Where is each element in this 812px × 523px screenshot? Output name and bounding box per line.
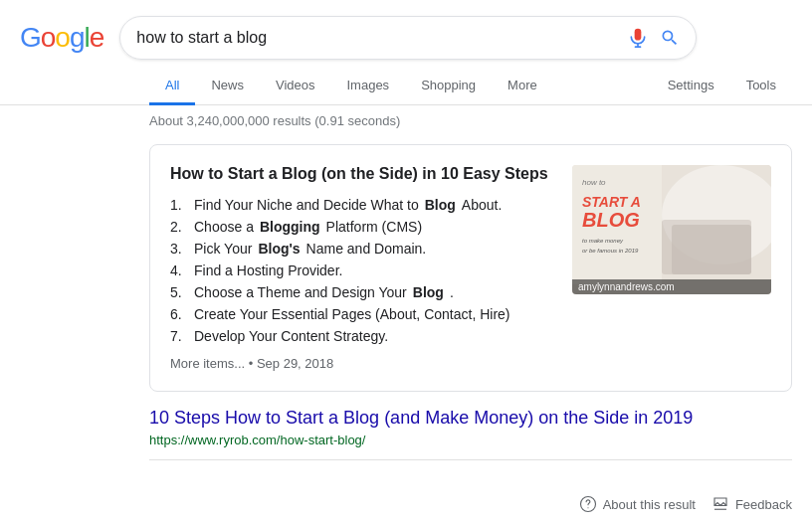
search-icon[interactable] xyxy=(660,28,680,48)
list-item: Develop Your Content Strategy. xyxy=(170,328,556,344)
result-content: How to Start a Blog (on the Side) in 10 … xyxy=(170,165,556,371)
logo-o1: o xyxy=(41,22,56,53)
result-url: https://www.ryrob.com/how-start-blog/ xyxy=(149,433,806,447)
tab-videos[interactable]: Videos xyxy=(260,68,331,105)
divider xyxy=(149,459,792,460)
google-logo[interactable]: Google xyxy=(20,22,103,54)
nav-tabs-right: Settings Tools xyxy=(652,68,792,104)
list-item: Choose a Blogging Platform (CMS) xyxy=(170,219,556,235)
result-thumbnail: how to START A BLOG to make money or be … xyxy=(572,165,771,294)
nav-bar: All News Videos Images Shopping More Set… xyxy=(0,68,812,105)
nav-tabs-left: All News Videos Images Shopping More xyxy=(149,68,652,104)
list-item: Find Your Niche and Decide What to Blog … xyxy=(170,197,556,213)
tab-all[interactable]: All xyxy=(149,68,195,105)
tab-news[interactable]: News xyxy=(195,68,260,105)
tab-shopping[interactable]: Shopping xyxy=(405,68,492,105)
search-input[interactable] xyxy=(136,29,628,47)
feedback-label: Feedback xyxy=(735,497,792,512)
result-list: Find Your Niche and Decide What to Blog … xyxy=(170,197,556,344)
about-result-button[interactable]: About this result xyxy=(579,495,696,513)
tab-more[interactable]: More xyxy=(492,68,553,105)
logo-o2: o xyxy=(55,22,70,53)
image-source-label: amylynnandrews.com xyxy=(572,279,771,294)
result-link-title[interactable]: 10 Steps How to Start a Blog (and Make M… xyxy=(149,408,806,429)
list-item: Choose a Theme and Design Your Blog. xyxy=(170,284,556,300)
svg-text:START A: START A xyxy=(582,194,641,210)
tab-settings[interactable]: Settings xyxy=(652,68,730,105)
svg-rect-3 xyxy=(662,220,751,274)
more-items: More items... • Sep 29, 2018 xyxy=(170,356,556,371)
tab-tools[interactable]: Tools xyxy=(730,68,792,105)
microphone-icon[interactable] xyxy=(628,28,648,48)
list-item: Find a Hosting Provider. xyxy=(170,262,556,278)
logo-e: e xyxy=(90,22,104,53)
search-icons xyxy=(628,28,680,48)
svg-text:or be famous in 2019: or be famous in 2019 xyxy=(582,248,639,254)
list-item: Pick Your Blog's Name and Domain. xyxy=(170,241,556,257)
footer: About this result Feedback xyxy=(559,485,812,523)
svg-text:how to: how to xyxy=(582,178,606,187)
logo-g2: g xyxy=(70,22,85,53)
thumbnail-svg: how to START A BLOG to make money or be … xyxy=(572,165,771,294)
logo-g: G xyxy=(20,22,41,53)
question-icon xyxy=(579,495,597,513)
search-bar[interactable] xyxy=(119,16,697,60)
svg-point-11 xyxy=(587,507,588,508)
about-result-label: About this result xyxy=(603,497,696,512)
feedback-button[interactable]: Feedback xyxy=(711,495,792,513)
svg-text:BLOG: BLOG xyxy=(582,209,640,231)
tab-images[interactable]: Images xyxy=(330,68,405,105)
feedback-icon xyxy=(711,495,729,513)
results-info: About 3,240,000,000 results (0.91 second… xyxy=(0,105,812,136)
result-title: How to Start a Blog (on the Side) in 10 … xyxy=(170,165,556,183)
header: Google xyxy=(0,0,812,60)
featured-result-card: How to Start a Blog (on the Side) in 10 … xyxy=(149,144,792,392)
result-link-section: 10 Steps How to Start a Blog (and Make M… xyxy=(0,400,806,447)
list-item: Create Your Essential Pages (About, Cont… xyxy=(170,306,556,322)
svg-text:to make money: to make money xyxy=(582,238,624,244)
